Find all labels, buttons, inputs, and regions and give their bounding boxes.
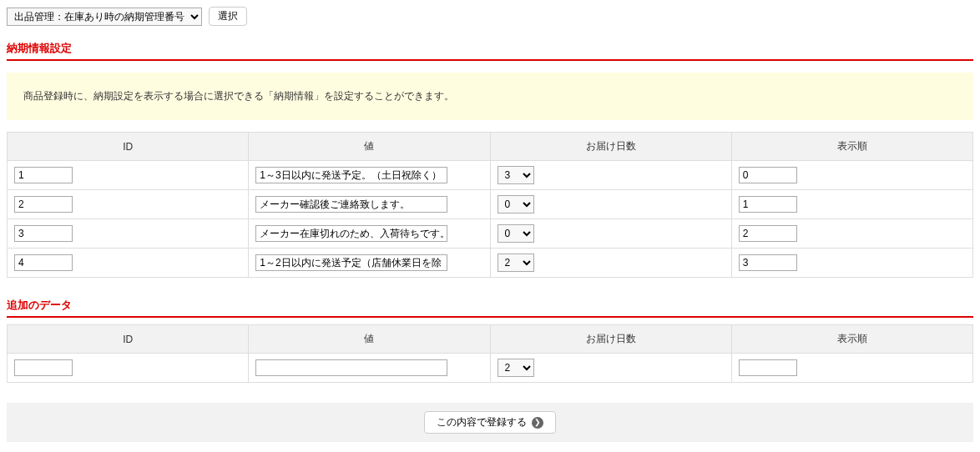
days-select[interactable]: 2 bbox=[498, 359, 534, 377]
col-header-order: 表示順 bbox=[731, 325, 972, 354]
additional-data-table: ID 値 お届け日数 表示順 2 bbox=[7, 324, 973, 383]
id-input[interactable] bbox=[14, 167, 73, 183]
value-input[interactable] bbox=[255, 254, 447, 271]
submit-bar: この内容で登録する ❯ bbox=[7, 403, 973, 442]
table-row: 2 bbox=[8, 249, 973, 278]
id-input[interactable] bbox=[14, 225, 73, 242]
order-input[interactable] bbox=[739, 254, 797, 271]
col-header-id: ID bbox=[8, 325, 249, 354]
management-select[interactable]: 出品管理：在庫あり時の納期管理番号 bbox=[7, 8, 202, 26]
order-input[interactable] bbox=[739, 167, 797, 183]
section-title-delivery-info: 納期情報設定 bbox=[7, 41, 973, 61]
col-header-order: 表示順 bbox=[731, 133, 972, 161]
days-select[interactable]: 3 bbox=[498, 166, 534, 184]
value-input[interactable] bbox=[255, 167, 447, 183]
order-input[interactable] bbox=[739, 196, 797, 213]
days-select[interactable]: 0 bbox=[498, 195, 534, 213]
col-header-value: 値 bbox=[249, 133, 490, 161]
value-input[interactable] bbox=[255, 225, 447, 242]
table-row: 0 bbox=[8, 219, 973, 249]
value-input[interactable] bbox=[255, 359, 447, 376]
col-header-value: 値 bbox=[249, 325, 490, 354]
id-input[interactable] bbox=[14, 359, 73, 376]
delivery-info-table: ID 値 お届け日数 表示順 3 0 0 2 bbox=[7, 132, 973, 278]
days-select[interactable]: 0 bbox=[498, 224, 534, 243]
order-input[interactable] bbox=[739, 359, 797, 376]
chevron-right-icon: ❯ bbox=[532, 417, 543, 429]
col-header-id: ID bbox=[8, 133, 249, 161]
col-header-days: お届け日数 bbox=[490, 325, 731, 354]
order-input[interactable] bbox=[739, 225, 797, 242]
table-row: 0 bbox=[8, 190, 973, 219]
info-box: 商品登録時に、納期設定を表示する場合に選択できる「納期情報」を設定することができ… bbox=[7, 73, 973, 120]
value-input[interactable] bbox=[255, 196, 447, 213]
section-title-additional-data: 追加のデータ bbox=[7, 298, 973, 318]
days-select[interactable]: 2 bbox=[498, 254, 534, 272]
submit-button[interactable]: この内容で登録する ❯ bbox=[424, 411, 556, 434]
table-row: 2 bbox=[8, 354, 973, 383]
col-header-days: お届け日数 bbox=[490, 133, 731, 161]
table-row: 3 bbox=[8, 161, 973, 190]
id-input[interactable] bbox=[14, 196, 73, 213]
top-controls: 出品管理：在庫あり時の納期管理番号 選択 bbox=[7, 7, 973, 26]
submit-label: この内容で登録する bbox=[437, 415, 527, 429]
id-input[interactable] bbox=[14, 254, 73, 271]
select-button[interactable]: 選択 bbox=[209, 7, 247, 26]
